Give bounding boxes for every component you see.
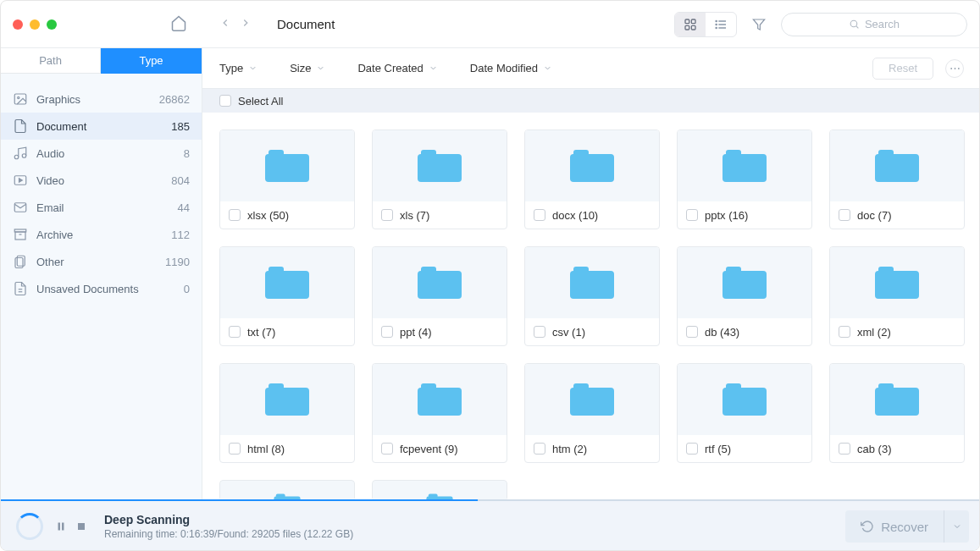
svg-rect-19 <box>14 203 26 212</box>
close-window[interactable] <box>13 19 23 30</box>
filter-date-modified[interactable]: Date Modified <box>470 62 552 74</box>
folder-label: doc (7) <box>857 209 891 222</box>
recover-button[interactable]: Recover <box>845 510 944 543</box>
folder-label: db (43) <box>705 326 739 339</box>
pause-button[interactable] <box>55 521 67 532</box>
folder-checkbox[interactable] <box>686 209 698 221</box>
folder-checkbox[interactable] <box>839 326 850 338</box>
folder-card[interactable]: xml (2) <box>829 246 965 346</box>
tab-type[interactable]: Type <box>101 48 202 74</box>
sidebar-item-video[interactable]: Video804 <box>1 167 202 194</box>
nav-forward[interactable] <box>240 17 252 31</box>
filter-type[interactable]: Type <box>219 62 257 74</box>
folder-icon <box>570 383 614 416</box>
folder-checkbox[interactable] <box>839 443 850 455</box>
folder-checkbox[interactable] <box>229 209 241 221</box>
sidebar-item-label: Audio <box>36 147 175 160</box>
folder-checkbox[interactable] <box>686 326 698 338</box>
folder-card[interactable]: cab (3) <box>829 363 965 463</box>
folder-icon <box>723 267 767 299</box>
search-input[interactable]: Search <box>781 13 967 36</box>
filter-icon[interactable] <box>745 13 772 36</box>
folder-card[interactable]: fcpevent (9) <box>372 363 507 463</box>
sidebar-item-graphics[interactable]: Graphics26862 <box>1 85 202 113</box>
svg-rect-27 <box>58 523 61 531</box>
folder-label: txt (7) <box>247 326 275 339</box>
progress-bar <box>202 499 478 501</box>
svg-rect-29 <box>78 523 85 530</box>
folder-card[interactable]: html (8) <box>219 363 355 463</box>
home-icon[interactable] <box>170 14 187 34</box>
folder-checkbox[interactable] <box>229 326 241 338</box>
reset-button[interactable]: Reset <box>872 58 933 80</box>
folder-icon <box>875 267 919 299</box>
folder-checkbox[interactable] <box>381 326 393 338</box>
folder-icon <box>875 383 919 416</box>
folder-checkbox[interactable] <box>839 209 850 221</box>
folder-label: csv (1) <box>552 326 585 339</box>
maximize-window[interactable] <box>47 19 57 30</box>
folder-card[interactable]: txt (7) <box>219 246 355 346</box>
sidebar-item-other[interactable]: Other1190 <box>1 248 202 275</box>
folder-checkbox[interactable] <box>381 443 393 455</box>
grid-view-button[interactable] <box>675 13 706 36</box>
folder-icon <box>265 267 309 299</box>
nav-back[interactable] <box>219 17 231 31</box>
sidebar-item-count: 0 <box>184 283 190 295</box>
unsaved-icon <box>13 281 28 296</box>
folder-card[interactable]: xls (7) <box>372 129 507 229</box>
sidebar-item-audio[interactable]: Audio8 <box>1 140 202 167</box>
folder-checkbox[interactable] <box>534 443 545 455</box>
sidebar-item-count: 44 <box>178 201 190 214</box>
folder-card[interactable]: pptx (16) <box>677 129 812 229</box>
folder-card[interactable]: doc (7) <box>829 129 965 229</box>
folder-card[interactable]: ppt (4) <box>372 246 507 346</box>
list-view-button[interactable] <box>706 13 736 36</box>
more-button[interactable]: ⋯ <box>945 59 964 78</box>
sidebar-item-count: 8 <box>184 147 190 160</box>
folder-label: ppt (4) <box>400 326 432 339</box>
svg-rect-1 <box>691 19 695 24</box>
folder-icon <box>875 150 919 182</box>
folder-card[interactable]: csv (1) <box>524 246 660 346</box>
sidebar-item-email[interactable]: Email44 <box>1 194 202 221</box>
folder-card[interactable]: xlsx (50) <box>219 129 355 229</box>
folder-icon <box>265 150 309 182</box>
folder-card[interactable]: htm (2) <box>524 363 660 463</box>
folder-icon <box>418 383 462 416</box>
folder-card[interactable]: db (43) <box>677 246 812 346</box>
sidebar-item-unsaved-documents[interactable]: Unsaved Documents0 <box>1 275 202 302</box>
folder-checkbox[interactable] <box>229 443 241 455</box>
tab-path[interactable]: Path <box>1 48 101 74</box>
spinner-icon <box>16 513 43 540</box>
filter-size[interactable]: Size <box>290 62 325 74</box>
folder-label: xls (7) <box>400 209 429 222</box>
folder-checkbox[interactable] <box>534 209 545 221</box>
sidebar-item-document[interactable]: Document185 <box>1 113 202 140</box>
folder-checkbox[interactable] <box>534 326 545 338</box>
filter-date-created[interactable]: Date Created <box>357 62 437 74</box>
folder-checkbox[interactable] <box>381 209 393 221</box>
sidebar-item-label: Graphics <box>36 93 151 106</box>
status-title: Deep Scanning <box>104 513 353 526</box>
svg-point-8 <box>716 24 717 25</box>
email-icon <box>13 200 28 215</box>
folder-label: html (8) <box>247 443 285 455</box>
svg-point-16 <box>22 154 26 158</box>
other-icon <box>13 254 28 269</box>
folder-checkbox[interactable] <box>686 443 698 455</box>
minimize-window[interactable] <box>30 19 40 30</box>
folder-label: fcpevent (9) <box>400 443 458 455</box>
folder-icon <box>723 150 767 182</box>
folder-card[interactable]: rtf (5) <box>677 363 812 463</box>
folder-card[interactable] <box>219 480 355 499</box>
svg-rect-21 <box>15 232 25 240</box>
stop-button[interactable] <box>75 521 87 532</box>
folder-card[interactable]: docx (10) <box>524 129 660 229</box>
folder-card[interactable] <box>372 480 507 499</box>
select-all-label: Select All <box>238 95 283 107</box>
recover-dropdown[interactable] <box>944 510 969 543</box>
select-all-checkbox[interactable] <box>219 95 231 107</box>
folder-icon <box>418 267 462 299</box>
sidebar-item-archive[interactable]: Archive112 <box>1 221 202 248</box>
